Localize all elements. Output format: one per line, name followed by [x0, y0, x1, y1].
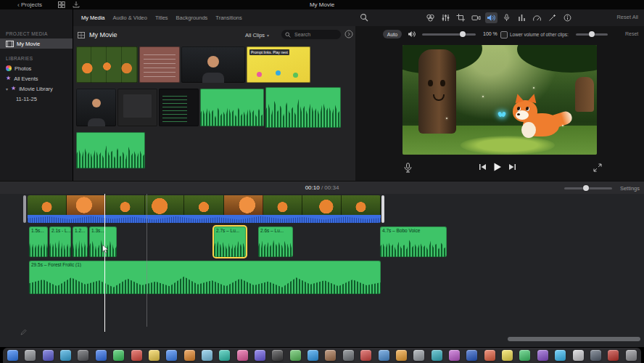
- lower-volume-checkbox[interactable]: [500, 31, 508, 38]
- dock-app-icon[interactable]: [413, 350, 424, 361]
- browser-collapse-icon[interactable]: [344, 30, 353, 38]
- dock-app-icon[interactable]: [502, 350, 513, 361]
- sidebar-item-all-events[interactable]: ★ All Events: [0, 73, 73, 83]
- clip-view-grid-icon[interactable]: [78, 32, 85, 38]
- dock-app-icon[interactable]: [149, 350, 160, 361]
- timeline-zoom-knob[interactable]: [583, 185, 589, 191]
- dock-app-icon[interactable]: [325, 350, 336, 361]
- info-icon[interactable]: [561, 12, 574, 23]
- tab-audio-video[interactable]: Audio & Video: [113, 15, 147, 21]
- dock-app-icon[interactable]: [7, 350, 18, 361]
- dock-app-icon[interactable]: [396, 350, 407, 361]
- dock-app-icon[interactable]: [272, 350, 283, 361]
- video-clip-audio-track[interactable]: [28, 215, 381, 223]
- dock-app-icon[interactable]: [202, 350, 212, 361]
- dock-app-icon[interactable]: [608, 350, 619, 361]
- noise-reduction-icon[interactable]: [500, 12, 513, 23]
- dock-app-icon[interactable]: [290, 350, 301, 361]
- voiceover-mic-icon[interactable]: [403, 163, 413, 174]
- clip-thumbnail-fox-video[interactable]: [76, 46, 138, 83]
- volume-slider[interactable]: [422, 33, 476, 36]
- color-correction-icon[interactable]: [439, 12, 452, 23]
- search-box[interactable]: [281, 30, 341, 39]
- dock-app-icon[interactable]: [343, 350, 354, 361]
- sidebar-item-imovie-library[interactable]: ▾ ★ iMovie Library: [0, 83, 73, 94]
- reset-all-button[interactable]: Reset All: [616, 14, 638, 20]
- clip-thumbnail-screen-recording[interactable]: [117, 89, 157, 126]
- dock-app-icon[interactable]: [519, 350, 530, 361]
- dock-app-icon[interactable]: [113, 350, 124, 361]
- dock-app-icon[interactable]: [432, 350, 442, 361]
- volume-slider-knob[interactable]: [460, 31, 466, 37]
- clip-thumbnail-audio[interactable]: [76, 132, 145, 168]
- dock-app-icon[interactable]: [43, 350, 54, 361]
- audio-clip[interactable]: 4.7s – Bobo Voice: [380, 227, 447, 257]
- sidebar-item-my-movie[interactable]: My Movie: [0, 38, 73, 49]
- dock-app-icon[interactable]: [537, 350, 548, 361]
- audio-clip[interactable]: 2.1s - L...: [49, 227, 71, 257]
- previous-frame-button[interactable]: [479, 163, 487, 171]
- dock-app-icon[interactable]: [555, 350, 566, 361]
- disclosure-chevron-icon[interactable]: ▾: [6, 86, 8, 91]
- dock-app-icon[interactable]: [255, 350, 265, 361]
- tab-titles[interactable]: Titles: [155, 15, 168, 21]
- viewer-preview[interactable]: [402, 45, 597, 155]
- dock-app-icon[interactable]: [25, 350, 36, 361]
- tab-transitions[interactable]: Transitions: [215, 15, 242, 21]
- speaker-icon[interactable]: [408, 30, 416, 38]
- audio-clip[interactable]: 1.5s...: [29, 227, 48, 257]
- dock-app-icon[interactable]: [96, 350, 107, 361]
- timeline-zoom-slider[interactable]: [564, 187, 612, 189]
- dock-app-icon[interactable]: [166, 350, 177, 361]
- clip-thumbnail-slides[interactable]: Prompt links. Play next: [247, 46, 310, 83]
- stabilization-icon[interactable]: [470, 12, 482, 23]
- clip-thumbnail-audio[interactable]: [200, 89, 264, 126]
- timeline[interactable]: 1.5s... 2.1s - L... 1.2... 1.3s... 2.7s …: [0, 194, 644, 347]
- dock-app-icon[interactable]: [379, 350, 389, 361]
- dock-app-icon[interactable]: [449, 350, 460, 361]
- clip-filter-icon[interactable]: [546, 12, 558, 23]
- lower-volume-slider[interactable]: [576, 33, 608, 36]
- dock-app-icon[interactable]: [184, 350, 195, 361]
- dock-app-icon[interactable]: [573, 350, 584, 361]
- reset-button[interactable]: Reset: [625, 31, 638, 36]
- next-frame-button[interactable]: [508, 163, 516, 171]
- lower-volume-slider-knob[interactable]: [589, 31, 595, 37]
- draw-tool-icon[interactable]: [20, 329, 27, 335]
- dock-app-icon[interactable]: [237, 350, 248, 361]
- dock-app-icon[interactable]: [307, 350, 318, 361]
- dock-app-icon[interactable]: [131, 350, 142, 361]
- dock-app-icon[interactable]: [466, 350, 477, 361]
- clip-trim-handle-right[interactable]: [381, 195, 384, 223]
- equalizer-icon[interactable]: [516, 12, 528, 23]
- auto-volume-button[interactable]: Auto: [383, 30, 402, 38]
- clip-thumbnail-webcam[interactable]: [76, 89, 116, 126]
- clip-trim-handle-left[interactable]: [23, 195, 26, 223]
- clip-thumbnail-document[interactable]: [139, 46, 180, 83]
- dock-app-icon[interactable]: [219, 350, 230, 361]
- dock-app-icon[interactable]: [590, 350, 601, 361]
- timeline-settings-button[interactable]: Settings: [620, 185, 640, 192]
- volume-icon[interactable]: [485, 12, 498, 23]
- timeline-horizontal-scrollbar[interactable]: [508, 337, 640, 341]
- audio-clip-selected[interactable]: 2.7s – Lu...: [214, 227, 246, 257]
- crop-icon[interactable]: [455, 12, 467, 23]
- audio-clip[interactable]: 2.6s – Lu...: [258, 227, 293, 257]
- tab-backgrounds[interactable]: Backgrounds: [176, 15, 208, 21]
- clip-thumbnail-audio[interactable]: [265, 87, 341, 128]
- fullscreen-icon[interactable]: [593, 163, 602, 172]
- search-input[interactable]: [293, 31, 338, 38]
- clip-thumbnail-code-screen[interactable]: [159, 89, 199, 126]
- play-button[interactable]: [493, 163, 502, 171]
- audio-clip[interactable]: 1.2...: [73, 227, 88, 257]
- playhead[interactable]: [104, 194, 105, 332]
- dock-app-icon[interactable]: [626, 350, 637, 361]
- sidebar-item-photos[interactable]: Photos: [0, 63, 73, 73]
- clip-thumbnail-webcam[interactable]: [181, 46, 245, 83]
- dock-app-icon[interactable]: [484, 350, 495, 361]
- zoom-tool-icon[interactable]: [360, 13, 368, 22]
- music-clip[interactable]: 29.5s – Forest Frolic (1): [29, 261, 381, 294]
- speed-icon[interactable]: [531, 12, 543, 23]
- sidebar-item-event-date[interactable]: 11-11-25: [0, 94, 73, 104]
- color-balance-icon[interactable]: [424, 12, 437, 23]
